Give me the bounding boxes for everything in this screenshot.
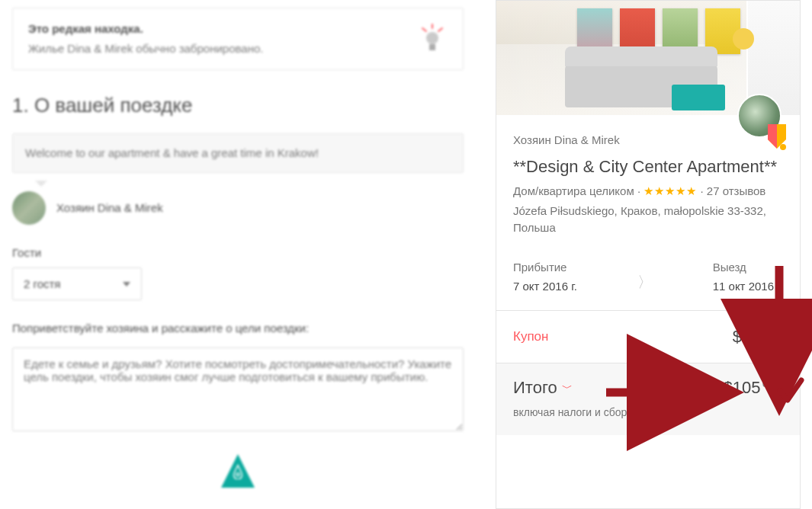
host-label: Хозяин Dina & Mirek xyxy=(56,200,163,216)
host-row: Хозяин Dina & Mirek xyxy=(12,191,464,225)
listing-meta: Дом/квартира целиком · ★★★★★ · 27 отзыво… xyxy=(513,183,783,200)
section-title: 1. О вашей поездке xyxy=(12,91,464,120)
svg-point-5 xyxy=(236,473,239,476)
tax-note: включая налоги и сборы xyxy=(513,405,783,420)
checkout-block[interactable]: Выезд 11 окт 2016 г. xyxy=(713,259,783,296)
chevron-down-icon: ﹀ xyxy=(562,380,573,395)
welcome-message: Welcome to our apartment & have a great … xyxy=(12,133,464,173)
checkin-label: Прибытие xyxy=(513,259,577,276)
svg-point-3 xyxy=(426,32,438,44)
guests-value: 2 гостя xyxy=(24,276,61,293)
checkin-block[interactable]: Прибытие 7 окт 2016 г. xyxy=(513,259,577,296)
total-label-text: Итого xyxy=(513,376,557,400)
coupon-link[interactable]: Купон xyxy=(513,328,548,347)
lightbulb-icon xyxy=(417,24,448,54)
speech-tail xyxy=(35,181,47,187)
host-avatar[interactable] xyxy=(12,191,46,225)
arrow-right-icon: 〉 xyxy=(631,271,659,293)
rare-title: Это редкая находка. xyxy=(28,21,263,37)
guests-select[interactable]: 2 гостя xyxy=(12,267,142,301)
booking-summary-card: Хозяин Dina & Mirek **Design & City Cent… xyxy=(496,0,801,509)
sidebar-host-name: Хозяин Dina & Mirek xyxy=(513,132,783,149)
chevron-down-icon xyxy=(123,282,130,287)
checkout-value: 11 окт 2016 г. xyxy=(713,278,783,295)
rare-subtitle: Жилье Dina & Mirek обычно забронировано. xyxy=(28,42,263,55)
svg-line-0 xyxy=(422,28,426,31)
listing-title[interactable]: **Design & City Center Apartment** xyxy=(513,156,783,178)
total-amount: $105 USD xyxy=(724,376,783,400)
intro-label: Поприветствуйте хозяина и расскажите о ц… xyxy=(12,320,464,337)
svg-point-6 xyxy=(780,144,786,150)
listing-address: Józefa Piłsudskiego, Краков, małopolskie… xyxy=(513,203,783,236)
intro-textarea[interactable] xyxy=(12,347,464,431)
total-box: Итого ﹀ $105 USD включая налоги и сборы xyxy=(496,363,800,435)
booking-form: Это редкая находка. Жилье Dina & Mirek о… xyxy=(0,0,473,509)
room-type: Дом/квартира целиком xyxy=(513,184,634,197)
svg-line-1 xyxy=(438,28,442,31)
reviews-count[interactable]: 27 отзывов xyxy=(707,184,766,197)
dates-row: Прибытие 7 окт 2016 г. 〉 Выезд 11 окт 20… xyxy=(513,259,783,311)
checkout-label: Выезд xyxy=(713,259,783,276)
star-icons: ★★★★★ xyxy=(644,184,697,197)
checkin-value: 7 окт 2016 г. xyxy=(513,278,577,295)
airbnb-logo-icon xyxy=(221,454,255,488)
coupon-row: Купон $27 USD xyxy=(513,311,783,363)
superhost-badge-icon xyxy=(766,123,788,150)
svg-rect-4 xyxy=(429,44,435,50)
rare-find-banner: Это редкая находка. Жилье Dina & Mirek о… xyxy=(12,8,464,70)
coupon-amount: $27 USD xyxy=(733,325,783,349)
total-toggle[interactable]: Итого ﹀ xyxy=(513,376,573,400)
guests-label: Гости xyxy=(12,245,464,261)
